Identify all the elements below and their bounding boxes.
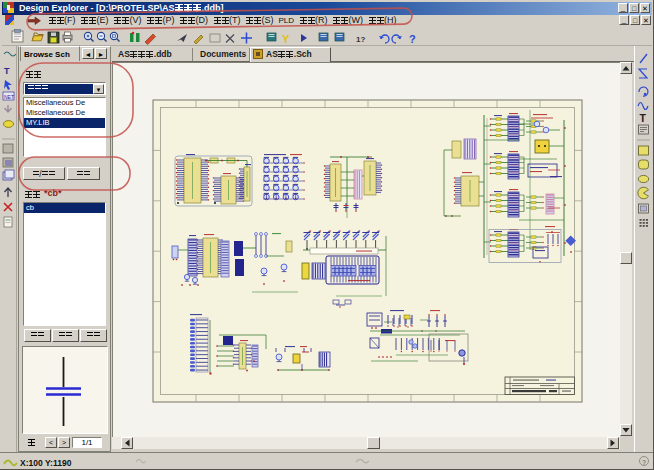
svg-text:T: T [640, 112, 647, 124]
svg-text:NET: NET [4, 94, 14, 100]
svg-text:1?: 1? [356, 35, 365, 44]
svg-text:?: ? [642, 459, 646, 466]
svg-text:T: T [4, 66, 10, 76]
svg-text:Y: Y [282, 33, 290, 45]
svg-text:?: ? [409, 33, 416, 45]
